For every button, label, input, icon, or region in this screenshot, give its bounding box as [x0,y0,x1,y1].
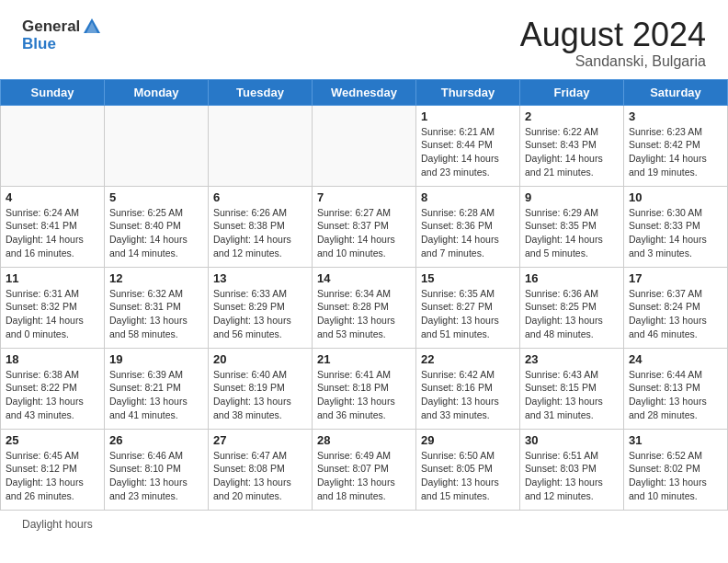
logo-icon [82,17,102,37]
day-info-7: Sunrise: 6:27 AM Sunset: 8:37 PM Dayligh… [317,206,411,260]
day-info-21: Sunrise: 6:41 AM Sunset: 8:18 PM Dayligh… [317,368,411,422]
day-info-13: Sunrise: 6:33 AM Sunset: 8:29 PM Dayligh… [213,287,307,341]
day-number-4: 4 [6,190,99,204]
day-info-30: Sunrise: 6:51 AM Sunset: 8:03 PM Dayligh… [525,449,619,503]
day-number-19: 19 [109,352,203,366]
day-4: 4Sunrise: 6:24 AM Sunset: 8:41 PM Daylig… [1,186,105,267]
day-info-10: Sunrise: 6:30 AM Sunset: 8:33 PM Dayligh… [629,206,722,260]
calendar-header-row: SundayMondayTuesdayWednesdayThursdayFrid… [1,79,728,105]
day-number-13: 13 [213,271,307,285]
day-22: 22Sunrise: 6:42 AM Sunset: 8:16 PM Dayli… [416,348,520,429]
day-6: 6Sunrise: 6:26 AM Sunset: 8:38 PM Daylig… [209,186,313,267]
day-info-22: Sunrise: 6:42 AM Sunset: 8:16 PM Dayligh… [421,368,515,422]
empty-day [1,105,105,186]
day-info-18: Sunrise: 6:38 AM Sunset: 8:22 PM Dayligh… [6,368,99,422]
day-info-17: Sunrise: 6:37 AM Sunset: 8:24 PM Dayligh… [629,287,722,341]
day-30: 30Sunrise: 6:51 AM Sunset: 8:03 PM Dayli… [520,429,624,510]
logo-blue-text: Blue [22,35,102,53]
logo-text: General Blue [22,17,102,53]
week-row-4: 18Sunrise: 6:38 AM Sunset: 8:22 PM Dayli… [1,348,728,429]
day-info-31: Sunrise: 6:52 AM Sunset: 8:02 PM Dayligh… [629,449,722,503]
day-number-10: 10 [629,190,722,204]
day-info-24: Sunrise: 6:44 AM Sunset: 8:13 PM Dayligh… [629,368,722,422]
day-11: 11Sunrise: 6:31 AM Sunset: 8:32 PM Dayli… [1,267,105,348]
header-friday: Friday [520,79,624,105]
week-row-3: 11Sunrise: 6:31 AM Sunset: 8:32 PM Dayli… [1,267,728,348]
day-3: 3Sunrise: 6:23 AM Sunset: 8:42 PM Daylig… [624,105,728,186]
day-number-28: 28 [317,433,411,447]
day-number-31: 31 [629,433,722,447]
day-8: 8Sunrise: 6:28 AM Sunset: 8:36 PM Daylig… [416,186,520,267]
empty-day [105,105,209,186]
day-info-4: Sunrise: 6:24 AM Sunset: 8:41 PM Dayligh… [6,206,99,260]
day-info-5: Sunrise: 6:25 AM Sunset: 8:40 PM Dayligh… [109,206,203,260]
day-info-27: Sunrise: 6:47 AM Sunset: 8:08 PM Dayligh… [213,449,307,503]
day-2: 2Sunrise: 6:22 AM Sunset: 8:43 PM Daylig… [520,105,624,186]
day-10: 10Sunrise: 6:30 AM Sunset: 8:33 PM Dayli… [624,186,728,267]
day-info-25: Sunrise: 6:45 AM Sunset: 8:12 PM Dayligh… [6,449,99,503]
day-number-12: 12 [109,271,203,285]
week-row-1: 1Sunrise: 6:21 AM Sunset: 8:44 PM Daylig… [1,105,728,186]
day-5: 5Sunrise: 6:25 AM Sunset: 8:40 PM Daylig… [105,186,209,267]
day-number-7: 7 [317,190,411,204]
day-25: 25Sunrise: 6:45 AM Sunset: 8:12 PM Dayli… [1,429,105,510]
day-number-5: 5 [109,190,203,204]
day-20: 20Sunrise: 6:40 AM Sunset: 8:19 PM Dayli… [209,348,313,429]
day-14: 14Sunrise: 6:34 AM Sunset: 8:28 PM Dayli… [313,267,416,348]
day-number-21: 21 [317,352,411,366]
title-block: August 2024 Sandanski, Bulgaria [520,17,706,70]
day-info-12: Sunrise: 6:32 AM Sunset: 8:31 PM Dayligh… [109,287,203,341]
calendar: SundayMondayTuesdayWednesdayThursdayFrid… [0,79,728,511]
day-1: 1Sunrise: 6:21 AM Sunset: 8:44 PM Daylig… [416,105,520,186]
day-number-26: 26 [109,433,203,447]
daylight-label: Daylight hours [22,518,93,531]
day-number-11: 11 [6,271,99,285]
day-info-3: Sunrise: 6:23 AM Sunset: 8:42 PM Dayligh… [629,125,722,179]
day-info-28: Sunrise: 6:49 AM Sunset: 8:07 PM Dayligh… [317,449,411,503]
day-info-2: Sunrise: 6:22 AM Sunset: 8:43 PM Dayligh… [525,125,619,179]
day-info-8: Sunrise: 6:28 AM Sunset: 8:36 PM Dayligh… [421,206,515,260]
day-info-14: Sunrise: 6:34 AM Sunset: 8:28 PM Dayligh… [317,287,411,341]
day-info-23: Sunrise: 6:43 AM Sunset: 8:15 PM Dayligh… [525,368,619,422]
day-number-6: 6 [213,190,307,204]
day-info-20: Sunrise: 6:40 AM Sunset: 8:19 PM Dayligh… [213,368,307,422]
logo: General Blue [22,17,102,53]
day-info-16: Sunrise: 6:36 AM Sunset: 8:25 PM Dayligh… [525,287,619,341]
header-wednesday: Wednesday [313,79,416,105]
day-number-16: 16 [525,271,619,285]
day-24: 24Sunrise: 6:44 AM Sunset: 8:13 PM Dayli… [624,348,728,429]
header-thursday: Thursday [416,79,520,105]
month-year: August 2024 [520,17,706,53]
day-number-1: 1 [421,109,515,123]
header-sunday: Sunday [1,79,105,105]
day-23: 23Sunrise: 6:43 AM Sunset: 8:15 PM Dayli… [520,348,624,429]
day-number-2: 2 [525,109,619,123]
day-12: 12Sunrise: 6:32 AM Sunset: 8:31 PM Dayli… [105,267,209,348]
day-info-15: Sunrise: 6:35 AM Sunset: 8:27 PM Dayligh… [421,287,515,341]
day-info-9: Sunrise: 6:29 AM Sunset: 8:35 PM Dayligh… [525,206,619,260]
location: Sandanski, Bulgaria [520,53,706,70]
day-9: 9Sunrise: 6:29 AM Sunset: 8:35 PM Daylig… [520,186,624,267]
header: General Blue August 2024 Sandanski, Bulg… [0,0,728,79]
header-monday: Monday [105,79,209,105]
day-29: 29Sunrise: 6:50 AM Sunset: 8:05 PM Dayli… [416,429,520,510]
day-number-23: 23 [525,352,619,366]
week-row-5: 25Sunrise: 6:45 AM Sunset: 8:12 PM Dayli… [1,429,728,510]
empty-day [209,105,313,186]
day-number-18: 18 [6,352,99,366]
day-info-6: Sunrise: 6:26 AM Sunset: 8:38 PM Dayligh… [213,206,307,260]
day-number-14: 14 [317,271,411,285]
day-number-15: 15 [421,271,515,285]
logo-general-text: General [22,17,80,36]
day-21: 21Sunrise: 6:41 AM Sunset: 8:18 PM Dayli… [313,348,416,429]
day-number-27: 27 [213,433,307,447]
day-27: 27Sunrise: 6:47 AM Sunset: 8:08 PM Dayli… [209,429,313,510]
day-info-29: Sunrise: 6:50 AM Sunset: 8:05 PM Dayligh… [421,449,515,503]
day-number-22: 22 [421,352,515,366]
day-18: 18Sunrise: 6:38 AM Sunset: 8:22 PM Dayli… [1,348,105,429]
day-number-29: 29 [421,433,515,447]
day-31: 31Sunrise: 6:52 AM Sunset: 8:02 PM Dayli… [624,429,728,510]
day-info-26: Sunrise: 6:46 AM Sunset: 8:10 PM Dayligh… [109,449,203,503]
header-saturday: Saturday [624,79,728,105]
day-number-9: 9 [525,190,619,204]
